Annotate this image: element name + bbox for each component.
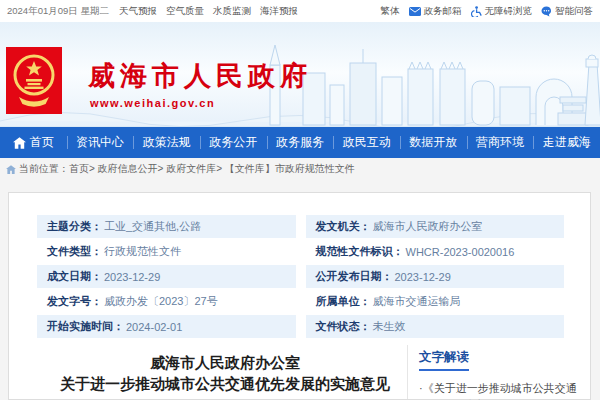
national-emblem-logo[interactable] bbox=[6, 47, 62, 114]
water-quality-link[interactable]: 水质监测 bbox=[213, 5, 251, 18]
topbar-right-group: 繁体 政务邮箱 无障碍浏览 智能问答 bbox=[381, 5, 594, 18]
nav-policies-laws[interactable]: 政策法规 bbox=[133, 127, 200, 158]
meta-row-effective-date: 开始实施时间： 2024-02-01 bbox=[37, 315, 296, 338]
weather-link[interactable]: 天气预报 bbox=[119, 5, 157, 18]
gov-mail-link[interactable]: 政务邮箱 bbox=[409, 5, 462, 18]
nav-public-interaction[interactable]: 政民互动 bbox=[333, 127, 400, 158]
meta-row-normative-doc-id: 规范性文件标识： WHCR-2023-0020016 bbox=[306, 240, 565, 263]
nav-news-center[interactable]: 资讯中心 bbox=[67, 127, 134, 158]
nav-open-data[interactable]: 数据开放 bbox=[400, 127, 467, 158]
main-nav: 首页 资讯中心 政策法规 政务公开 政务服务 政民互动 数据开放 营商环境 走进… bbox=[0, 127, 600, 158]
nav-business-environment[interactable]: 营商环境 bbox=[467, 127, 534, 158]
ocean-forecast-link[interactable]: 海洋预报 bbox=[260, 5, 298, 18]
meta-row-file-status: 文件状态： 未生效 bbox=[306, 315, 565, 338]
nav-home[interactable]: 首页 bbox=[0, 127, 67, 158]
meta-row-topic-category: 主题分类： 工业_交通其他,公路 bbox=[37, 215, 296, 238]
interpretation-sidebar: 文字解读 ·《关于进一步推动城市公共交通优先发展的实施意见》政策解读 bbox=[419, 347, 583, 400]
page: 2024年01月09日 星期二 天气预报 空气质量 水质监测 海洋预报 繁体 政… bbox=[0, 0, 600, 400]
smart-qa-link[interactable]: 智能问答 bbox=[541, 5, 593, 18]
meta-column-right: 发文机关： 威海市人民政府办公室 规范性文件标识： WHCR-2023-0020… bbox=[306, 215, 565, 340]
meta-row-issuing-agency: 发文机关： 威海市人民政府办公室 bbox=[306, 215, 565, 238]
nav-gov-info-disclosure[interactable]: 政务公开 bbox=[200, 127, 267, 158]
breadcrumb: 当前位置：首页> 政府信息公开> 政府文件库> 【文件库】市政府规范性文件 bbox=[6, 160, 566, 178]
top-utility-bar: 2024年01月09日 星期二 天气预报 空气质量 水质监测 海洋预报 繁体 政… bbox=[0, 0, 600, 22]
document-meta-table: 主题分类： 工业_交通其他,公路 文件类型： 行政规范性文件 成文日期： 202… bbox=[37, 215, 564, 340]
breadcrumb-text[interactable]: 当前位置：首页> 政府信息公开> 政府文件库> 【文件库】市政府规范性文件 bbox=[19, 162, 355, 176]
home-icon bbox=[13, 137, 26, 149]
national-emblem-icon bbox=[11, 52, 57, 110]
meta-row-owning-unit: 所属单位： 威海市交通运输局 bbox=[306, 290, 565, 313]
interpretation-link[interactable]: ·《关于进一步推动城市公共交通优先发展的实施意见》政策解读 bbox=[419, 380, 583, 400]
meta-row-file-type: 文件类型： 行政规范性文件 bbox=[37, 240, 296, 263]
meta-row-publish-date: 公开发布日期： 2023-12-29 bbox=[306, 265, 565, 288]
current-date: 2024年01月09日 星期二 bbox=[7, 5, 109, 18]
nav-gov-services[interactable]: 政务服务 bbox=[267, 127, 334, 158]
document-title: 威海市人民政府办公室 关于进一步推动城市公共交通优先发展的实施意见 bbox=[37, 352, 413, 394]
document-title-line1: 威海市人民政府办公室 bbox=[37, 352, 413, 373]
meta-row-document-number: 发文字号： 威政办发〔2023〕27号 bbox=[37, 290, 296, 313]
traditional-chinese-link[interactable]: 繁体 bbox=[381, 5, 400, 18]
document-title-line2: 关于进一步推动城市公共交通优先发展的实施意见 bbox=[37, 373, 413, 394]
site-banner: 威海市人民政府 www.weihai.gov.cn bbox=[0, 22, 600, 127]
breadcrumb-home-icon bbox=[6, 165, 16, 174]
mail-icon bbox=[409, 7, 421, 16]
text-interpretation-tab[interactable]: 文字解读 bbox=[419, 349, 469, 371]
site-url[interactable]: www.weihai.gov.cn bbox=[90, 97, 215, 109]
air-quality-link[interactable]: 空气质量 bbox=[166, 5, 204, 18]
meta-row-written-date: 成文日期： 2023-12-29 bbox=[37, 265, 296, 288]
document-detail-panel: 主题分类： 工业_交通其他,公路 文件类型： 行政规范性文件 成文日期： 202… bbox=[8, 192, 591, 400]
site-title[interactable]: 威海市人民政府 bbox=[88, 58, 312, 94]
content-vertical-divider bbox=[407, 345, 408, 399]
meta-column-left: 主题分类： 工业_交通其他,公路 文件类型： 行政规范性文件 成文日期： 202… bbox=[37, 215, 296, 340]
chat-icon bbox=[541, 6, 552, 17]
accessibility-icon bbox=[471, 6, 482, 17]
accessibility-link[interactable]: 无障碍浏览 bbox=[471, 5, 533, 18]
nav-about-weihai[interactable]: 走进威海 bbox=[533, 127, 600, 158]
